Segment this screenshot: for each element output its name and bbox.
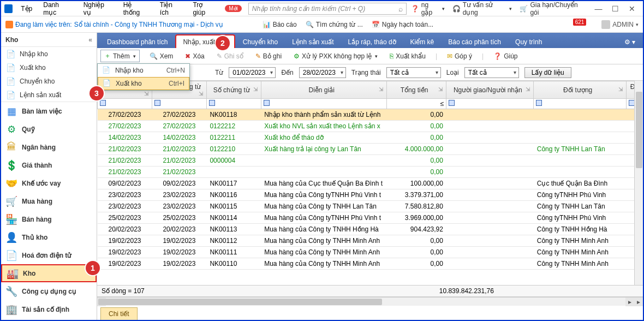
fetch-button[interactable]: Lấy dữ liệu [524, 67, 571, 78]
table-row[interactable]: 23/02/202323/02/2023NK00116Mua hàng của … [98, 189, 643, 201]
column-header[interactable]: Đối tượng⇲ [534, 81, 627, 99]
table-row[interactable]: 14/02/202314/02/20230122211Xuất kho để t… [98, 132, 643, 144]
filter-cell[interactable] [152, 99, 206, 109]
table-row[interactable]: 21/02/202321/02/20230122210Xuất hàng trả… [98, 144, 643, 155]
data-grid[interactable]: Ngày hạch toán⇲Ngày chứng từ⇲Số chứng từ… [97, 81, 643, 285]
nav-item[interactable]: 🏢Tài sản cố định [1, 300, 97, 318]
help-button[interactable]: ❓Giúp [491, 51, 520, 61]
filter-cell[interactable] [98, 99, 152, 109]
doc-icon: 📄 [5, 76, 15, 86]
module-tab[interactable]: Lắp ráp, tháo dỡ [342, 35, 403, 48]
table-row[interactable]: 20/02/202320/02/2023NK00113Mua hàng của … [98, 224, 643, 235]
menu-help[interactable]: Trợ giúp [188, 0, 220, 17]
nav-icon: 💲 [5, 159, 17, 171]
user-name[interactable]: ADMIN [612, 21, 634, 28]
notification-badge[interactable]: 621 [573, 19, 587, 26]
menu-catalog[interactable]: Danh mục [38, 0, 77, 17]
window-maximize[interactable]: ☐ [607, 4, 623, 13]
module-tab[interactable]: Quy trình [509, 35, 548, 48]
from-label: Từ [215, 69, 223, 76]
vertical-scrollbar[interactable] [634, 81, 643, 285]
unpost-button[interactable]: ✎Bỏ ghi [253, 51, 284, 61]
tree-item[interactable]: 📄Chuyển kho [1, 74, 97, 88]
annotation-2: 2 [216, 36, 230, 50]
menu-business[interactable]: Nghiệp vụ [79, 0, 117, 17]
gear-icon[interactable]: ⚙ ▾ [620, 36, 640, 48]
add-menu-item[interactable]: 📄Xuất khoCtrl+I [98, 77, 189, 90]
nav-item[interactable]: 👤Thủ kho [1, 228, 97, 246]
global-search-input[interactable]: Nhập tính năng cần tìm kiếm (Ctrl + Q) [248, 3, 407, 15]
post-button[interactable]: ✎Ghi sổ [214, 51, 246, 61]
collapse-icon[interactable]: « [88, 36, 92, 44]
to-date-combo[interactable]: 28/02/2023 [299, 67, 346, 78]
menu-system[interactable]: Hệ thống [118, 0, 154, 17]
delete-button[interactable]: ✖Xóa [183, 51, 206, 61]
renew-link[interactable]: 🛒Gia hạn/Chuyển gói [516, 0, 588, 17]
table-row[interactable]: 19/02/202319/02/2023NK00112Mua hàng của … [98, 235, 643, 247]
table-row[interactable]: 23/02/202323/02/2023NK00115Mua hàng của … [98, 201, 643, 212]
nav-icon: 📄 [5, 249, 17, 261]
nav-item[interactable]: 🏭Kho [1, 264, 97, 282]
module-tab[interactable]: Báo cáo phân tích [442, 35, 508, 48]
menu-file[interactable]: Tệp [16, 4, 37, 14]
nav-item[interactable]: 🤝Khế ước vay [1, 174, 97, 192]
column-header[interactable]: Tổng tiền⇲ [386, 81, 446, 99]
add-menu-item[interactable]: 📄Nhập khoCtrl+N [98, 64, 189, 77]
horizontal-scrollbar[interactable]: ◂▸▸ [97, 297, 643, 306]
nav-item[interactable]: 📄Hoá đơn điện tử [1, 246, 97, 264]
fix-button[interactable]: ⚙Xử lý PXK không hợp lệ▾ [291, 51, 380, 61]
table-row[interactable]: 09/02/202309/02/2023NK00117Mua hàng của … [98, 178, 643, 189]
type-label: Loại [446, 69, 459, 76]
export-button[interactable]: ⎘Xuất khẩu [387, 51, 428, 61]
add-button[interactable]: ＋Thêm▾ 📄Nhập khoCtrl+N📄Xuất khoCtrl+I [100, 50, 140, 62]
table-row[interactable]: 21/02/202321/02/20230,00 [98, 167, 643, 178]
table-row[interactable]: 21/02/202321/02/202300000040,00 [98, 155, 643, 167]
tree-item[interactable]: 📄Xuất kho [1, 61, 97, 74]
tree-item[interactable]: 📄Lệnh sản xuất [1, 88, 97, 102]
accounting-date-button[interactable]: 📅Ngày hạch toán... [372, 21, 433, 28]
feedback-button[interactable]: ✉Góp ý [445, 51, 474, 61]
status-combo[interactable]: Tất cả [386, 67, 441, 78]
table-row[interactable]: 19/02/202319/02/2023NK00111Mua hàng của … [98, 247, 643, 258]
nav-item[interactable]: ▦Bàn làm việc [1, 102, 97, 120]
nav-item[interactable]: ⚙Quỹ [1, 120, 97, 138]
module-tab[interactable]: Kiểm kê [404, 35, 441, 48]
table-row[interactable]: 27/02/202327/02/2023NK00118Nhập kho thàn… [98, 109, 643, 121]
annotation-3: 3 [90, 86, 104, 100]
column-header[interactable]: Người giao/Người nhận⇲ [446, 81, 534, 99]
nav-icon: 🔧 [5, 286, 17, 298]
consult-link[interactable]: 🎧Tư vấn sử dụng▾ [449, 0, 516, 17]
report-button[interactable]: 📊Báo cáo [263, 21, 297, 28]
window-close[interactable]: ✕ [624, 4, 640, 13]
tree-item[interactable]: 📄Nhập kho [1, 47, 97, 61]
table-row[interactable]: 19/02/202319/02/2023NK00110Mua hàng của … [98, 258, 643, 270]
filter-cell[interactable]: ≤ [386, 99, 446, 109]
menu-utility[interactable]: Tiện ích [155, 0, 187, 17]
table-row[interactable]: 27/02/202327/02/20230122212Xuất kho NVL … [98, 121, 643, 132]
nav-icon: 🏢 [5, 304, 17, 316]
type-combo[interactable]: Tất cả [464, 67, 519, 78]
filter-cell[interactable] [534, 99, 627, 109]
nav-item[interactable]: 🏪Bán hàng [1, 210, 97, 228]
nav-icon: 👤 [5, 231, 17, 243]
faq-link[interactable]: ❓ng gặp▾ [408, 0, 448, 17]
column-header[interactable]: Diễn giải⇲ [261, 81, 386, 99]
nav-item[interactable]: 🏛Ngân hàng [1, 138, 97, 156]
column-header[interactable]: Số chứng từ⇲ [206, 81, 261, 99]
find-voucher-button[interactable]: 🔍Tìm chứng từ ... [306, 21, 363, 28]
nav-item[interactable]: 🔧Công cụ dụng cụ [1, 282, 97, 300]
filter-cell[interactable] [261, 99, 386, 109]
detail-tab[interactable]: Chi tiết [100, 307, 138, 320]
module-tab[interactable]: Dashboard phân tích [100, 35, 174, 48]
nav-item[interactable]: 💲Giá thành [1, 156, 97, 174]
from-date-combo[interactable]: 01/02/2023 [229, 67, 276, 78]
nav-item[interactable]: 🛒Mua hàng [1, 192, 97, 210]
view-button[interactable]: 🔍Xem [147, 51, 176, 61]
module-tab[interactable]: Lệnh sản xuất [285, 35, 340, 48]
table-row[interactable]: 25/02/202325/02/2023NK00114Mua hàng của … [98, 212, 643, 224]
module-tab[interactable]: Chuyển kho [236, 35, 284, 48]
row-count-label: Số dòng = 107 [102, 287, 145, 295]
window-minimize[interactable]: — [591, 4, 606, 13]
filter-cell[interactable] [446, 99, 534, 109]
filter-cell[interactable] [206, 99, 261, 109]
